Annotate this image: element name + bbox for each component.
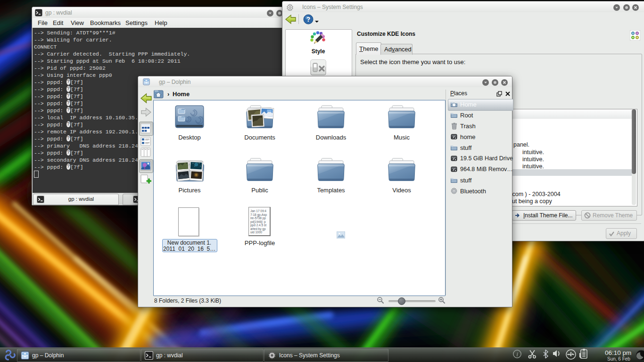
svg-text:i: i [516,351,518,358]
svg-text:?: ? [306,16,311,23]
